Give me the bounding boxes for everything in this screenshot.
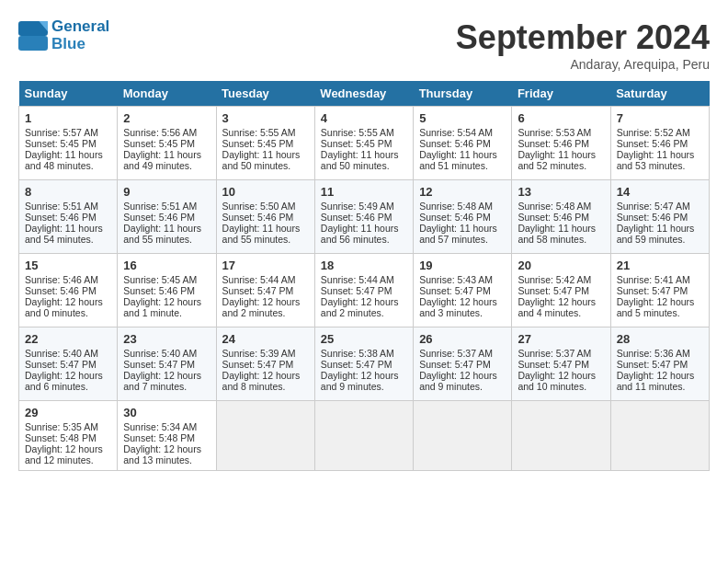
day-detail: Sunrise: 5:40 AM [25, 348, 111, 359]
day-number: 20 [518, 259, 604, 272]
day-detail: and 4 minutes. [518, 307, 604, 318]
title-block: September 2024 Andaray, Arequipa, Peru [456, 18, 710, 72]
calendar-cell [414, 401, 512, 471]
day-detail: Sunset: 5:47 PM [321, 359, 407, 370]
day-number: 18 [321, 259, 407, 272]
weekday-header-thursday: Thursday [414, 81, 512, 107]
day-detail: Daylight: 11 hours [25, 149, 111, 160]
day-number: 23 [123, 332, 210, 346]
weekday-header-tuesday: Tuesday [216, 81, 314, 107]
day-number: 24 [222, 332, 309, 346]
day-detail: Sunset: 5:46 PM [123, 285, 210, 296]
day-detail: Sunset: 5:46 PM [321, 212, 407, 223]
day-detail: Daylight: 11 hours [419, 223, 506, 234]
day-detail: Daylight: 11 hours [617, 223, 703, 234]
day-detail: and 8 minutes. [222, 381, 309, 392]
calendar-table: SundayMondayTuesdayWednesdayThursdayFrid… [18, 81, 710, 471]
day-number: 13 [518, 185, 604, 199]
calendar-cell: 14Sunrise: 5:47 AMSunset: 5:46 PMDayligh… [610, 180, 709, 254]
day-detail: Sunset: 5:46 PM [123, 212, 210, 223]
day-detail: Sunset: 5:46 PM [25, 212, 111, 223]
day-detail: Daylight: 11 hours [222, 149, 309, 160]
calendar-cell: 11Sunrise: 5:49 AMSunset: 5:46 PMDayligh… [314, 180, 413, 254]
day-detail: Sunrise: 5:51 AM [25, 201, 111, 212]
day-detail: Sunrise: 5:49 AM [321, 201, 407, 212]
calendar-cell: 12Sunrise: 5:48 AMSunset: 5:46 PMDayligh… [414, 180, 512, 254]
calendar-cell: 26Sunrise: 5:37 AMSunset: 5:47 PMDayligh… [414, 327, 512, 401]
calendar-cell: 9Sunrise: 5:51 AMSunset: 5:46 PMDaylight… [118, 180, 216, 254]
day-detail: Sunrise: 5:45 AM [123, 274, 210, 285]
calendar-cell: 29Sunrise: 5:35 AMSunset: 5:48 PMDayligh… [19, 401, 118, 471]
calendar-cell [512, 401, 610, 471]
day-detail: Sunrise: 5:54 AM [419, 127, 506, 138]
day-detail: Sunrise: 5:48 AM [419, 201, 506, 212]
day-detail: Daylight: 12 hours [222, 296, 309, 307]
week-row-3: 15Sunrise: 5:46 AMSunset: 5:46 PMDayligh… [19, 254, 710, 327]
day-detail: Daylight: 12 hours [123, 296, 210, 307]
day-detail: Sunset: 5:48 PM [123, 432, 210, 443]
day-number: 26 [419, 332, 506, 346]
day-detail: Sunrise: 5:35 AM [25, 421, 111, 432]
day-detail: Sunrise: 5:44 AM [222, 274, 309, 285]
day-detail: Daylight: 12 hours [617, 370, 703, 381]
day-detail: Sunset: 5:46 PM [419, 138, 506, 149]
day-number: 17 [222, 259, 309, 272]
calendar-cell: 2Sunrise: 5:56 AMSunset: 5:45 PMDaylight… [118, 107, 216, 180]
day-detail: and 0 minutes. [25, 307, 111, 318]
day-detail: Sunrise: 5:48 AM [518, 201, 604, 212]
svg-rect-1 [18, 36, 48, 51]
day-detail: Daylight: 11 hours [25, 223, 111, 234]
calendar-cell: 10Sunrise: 5:50 AMSunset: 5:46 PMDayligh… [216, 180, 314, 254]
day-detail: Daylight: 12 hours [419, 370, 506, 381]
day-detail: and 56 minutes. [321, 234, 407, 245]
week-row-2: 8Sunrise: 5:51 AMSunset: 5:46 PMDaylight… [19, 180, 710, 254]
day-detail: and 55 minutes. [123, 234, 210, 245]
day-detail: Sunrise: 5:42 AM [518, 274, 604, 285]
day-detail: and 12 minutes. [25, 454, 111, 465]
month-title: September 2024 [456, 18, 710, 57]
calendar-cell: 15Sunrise: 5:46 AMSunset: 5:46 PMDayligh… [19, 254, 118, 327]
day-number: 2 [123, 111, 210, 125]
week-row-4: 22Sunrise: 5:40 AMSunset: 5:47 PMDayligh… [19, 327, 710, 401]
day-detail: Sunrise: 5:38 AM [321, 348, 407, 359]
calendar-cell: 17Sunrise: 5:44 AMSunset: 5:47 PMDayligh… [216, 254, 314, 327]
day-number: 9 [123, 185, 210, 199]
day-detail: Daylight: 11 hours [518, 149, 604, 160]
day-detail: Daylight: 11 hours [123, 149, 210, 160]
day-detail: and 58 minutes. [518, 234, 604, 245]
day-number: 6 [518, 111, 604, 125]
day-detail: Sunset: 5:47 PM [518, 359, 604, 370]
day-detail: and 51 minutes. [419, 160, 506, 171]
day-detail: Sunrise: 5:55 AM [222, 127, 309, 138]
day-detail: Sunset: 5:47 PM [419, 285, 506, 296]
day-detail: and 50 minutes. [222, 160, 309, 171]
day-detail: Sunset: 5:47 PM [617, 285, 703, 296]
day-detail: Sunset: 5:45 PM [123, 138, 210, 149]
day-detail: Sunset: 5:45 PM [222, 138, 309, 149]
day-detail: and 57 minutes. [419, 234, 506, 245]
location: Andaray, Arequipa, Peru [456, 57, 710, 72]
day-number: 19 [419, 259, 506, 272]
day-number: 5 [419, 111, 506, 125]
day-number: 4 [321, 111, 407, 125]
day-detail: Sunrise: 5:57 AM [25, 127, 111, 138]
day-detail: Daylight: 12 hours [25, 370, 111, 381]
calendar-cell [216, 401, 314, 471]
day-detail: Sunset: 5:47 PM [617, 359, 703, 370]
day-detail: Sunrise: 5:52 AM [617, 127, 703, 138]
day-detail: and 10 minutes. [518, 381, 604, 392]
day-detail: Sunrise: 5:37 AM [419, 348, 506, 359]
day-number: 8 [25, 185, 111, 199]
day-detail: Daylight: 12 hours [518, 370, 604, 381]
day-detail: Sunset: 5:47 PM [518, 285, 604, 296]
weekday-header-friday: Friday [512, 81, 610, 107]
logo-icon [18, 21, 48, 51]
weekday-header-monday: Monday [118, 81, 216, 107]
day-detail: Daylight: 12 hours [321, 296, 407, 307]
calendar-cell [610, 401, 709, 471]
calendar-cell: 19Sunrise: 5:43 AMSunset: 5:47 PMDayligh… [414, 254, 512, 327]
day-detail: Daylight: 12 hours [518, 296, 604, 307]
calendar-cell: 28Sunrise: 5:36 AMSunset: 5:47 PMDayligh… [610, 327, 709, 401]
calendar-cell: 21Sunrise: 5:41 AMSunset: 5:47 PMDayligh… [610, 254, 709, 327]
day-detail: and 9 minutes. [419, 381, 506, 392]
